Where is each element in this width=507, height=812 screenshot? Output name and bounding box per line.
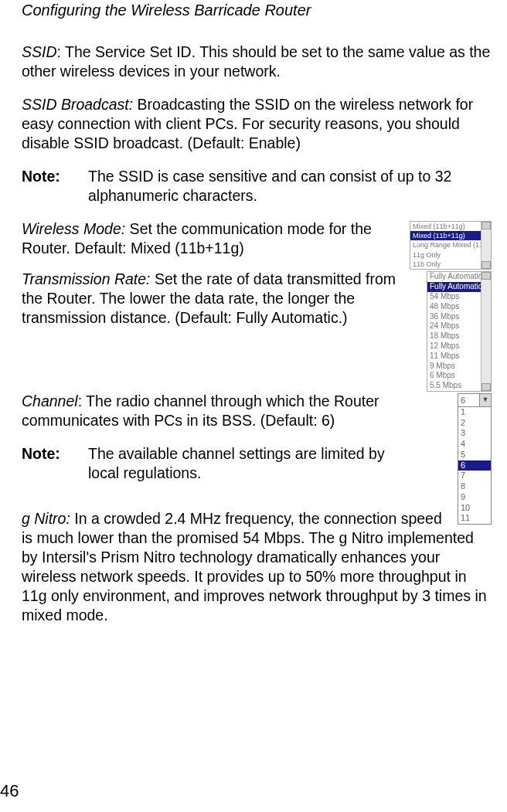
scroll-up-icon[interactable] (481, 222, 491, 229)
term-transmission-rate: Transmission Rate: (22, 270, 151, 287)
term-channel: Channel (22, 392, 78, 409)
note-label: Note: (22, 444, 88, 483)
scrollbar[interactable] (481, 272, 491, 391)
scroll-up-icon[interactable] (481, 272, 491, 280)
paragraph-ssid-broadcast: SSID Broadcast: Broadcasting the SSID on… (22, 95, 492, 153)
list-item[interactable]: Mixed (11b+11g) (410, 231, 491, 240)
paragraph-transmission-rate: Transmission Rate: Set the rate of data … (22, 270, 492, 370)
page-number: 46 (0, 781, 19, 801)
list-item[interactable]: 4 (458, 439, 491, 450)
term-ssid: SSID (22, 43, 57, 60)
list-item[interactable]: 10 (458, 503, 491, 514)
chevron-down-icon[interactable]: ▼ (479, 394, 491, 406)
list-item[interactable]: 5 (458, 450, 491, 460)
scrollbar[interactable] (481, 222, 491, 270)
note-text: The SSID is case sensitive and can consi… (88, 167, 492, 206)
channel-option-list[interactable]: 1 2 3 4 5 6 7 8 9 10 11 (458, 407, 492, 525)
list-item[interactable]: 11 (458, 513, 491, 524)
scroll-down-icon[interactable] (481, 261, 491, 269)
paragraph-gnitro: g Nitro: In a crowded 2.4 MHz frequency,… (22, 509, 492, 625)
list-item[interactable]: 11b Only (410, 260, 491, 269)
list-item[interactable]: Long Range Mixed (11b+11g) (410, 240, 491, 250)
channel-select-box[interactable]: 6 ▼ (458, 393, 492, 407)
transmission-rate-listbox[interactable]: Fully Automatic Fully Automatic 54 Mbps … (427, 271, 492, 392)
list-item[interactable]: 8 (458, 481, 491, 492)
note-channel-regulations: Note: The available channel settings are… (22, 444, 450, 483)
list-item[interactable]: 9 (458, 492, 491, 503)
paragraph-channel: Channel: The radio channel through which… (22, 392, 492, 430)
note-label: Note: (22, 167, 88, 206)
list-item[interactable]: 6 (458, 460, 491, 471)
wireless-mode-listbox[interactable]: Mixed (11b+11g) Mixed (11b+11g) Long Ran… (410, 221, 492, 270)
channel-selected-value: 6 (458, 395, 479, 406)
list-item[interactable]: 1 (458, 407, 491, 418)
note-text: The available channel settings are limit… (88, 444, 403, 483)
scroll-down-icon[interactable] (481, 383, 491, 391)
paragraph-ssid: SSID: The Service Set ID. This should be… (22, 42, 492, 81)
term-gnitro: g Nitro: (22, 510, 70, 527)
term-wireless-mode: Wireless Mode: (22, 220, 125, 237)
text-ssid: : The Service Set ID. This should be set… (22, 43, 490, 80)
list-item[interactable]: Mixed (11b+11g) (410, 222, 491, 231)
note-ssid-case: Note: The SSID is case sensitive and can… (22, 167, 492, 206)
list-item[interactable]: 7 (458, 471, 491, 481)
term-ssid-broadcast: SSID Broadcast: (22, 96, 133, 113)
channel-select[interactable]: 6 ▼ 1 2 3 4 5 6 7 8 9 10 11 (458, 393, 492, 525)
list-item[interactable]: 2 (458, 418, 491, 429)
list-item[interactable]: 3 (458, 428, 491, 439)
list-item[interactable]: 11g Only (410, 250, 491, 260)
page-header: Configuring the Wireless Barricade Route… (22, 0, 492, 42)
text-gnitro: In a crowded 2.4 MHz frequency, the conn… (22, 510, 487, 623)
